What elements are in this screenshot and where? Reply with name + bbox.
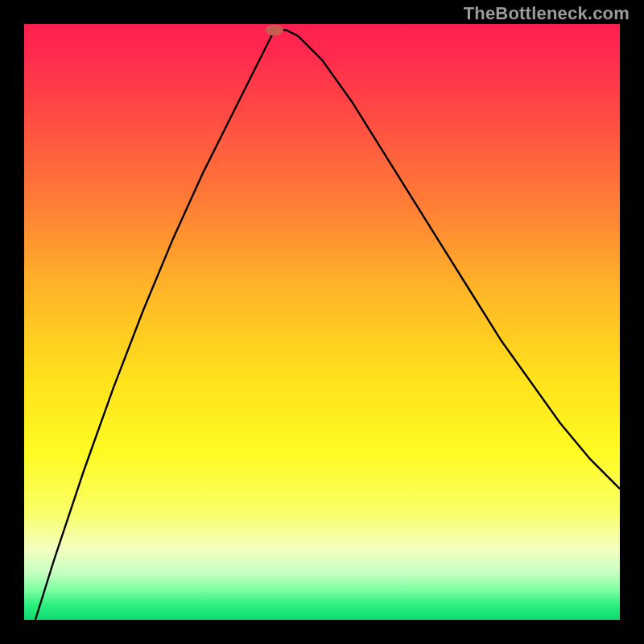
watermark-text: TheBottleneck.com: [464, 3, 630, 24]
gradient-background: [24, 24, 620, 620]
chart-svg: [24, 24, 620, 620]
outer-frame: TheBottleneck.com: [0, 0, 644, 644]
bottleneck-chart: [24, 24, 620, 620]
vertex-marker: [266, 24, 283, 35]
